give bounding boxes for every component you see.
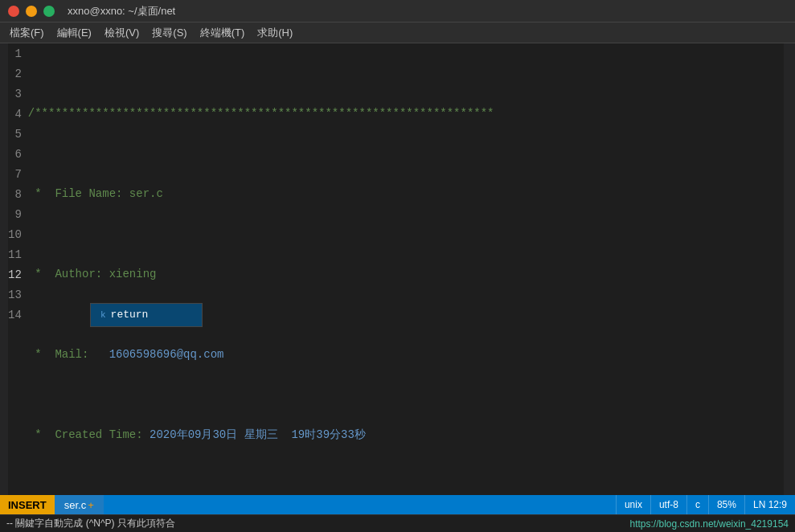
activity-bar — [0, 43, 8, 495]
msgbar: -- 關鍵字自動完成 (^N^P) 只有此項符合 https://blog.cs… — [0, 514, 795, 532]
menu-terminal[interactable]: 終端機(T) — [194, 24, 252, 42]
code-area[interactable]: /***************************************… — [22, 43, 784, 495]
code-line-1: /***************************************… — [28, 104, 784, 124]
status-right: unix utf-8 c 85% LN 12:9 — [616, 495, 795, 514]
code-line-2: * File Name: ser.c — [28, 184, 784, 204]
keyword-icon: k — [100, 306, 106, 324]
status-unix: unix — [616, 495, 650, 514]
editor-container: 1 2 3 4 5 6 7 8 9 10 11 12 13 14 /******… — [0, 43, 795, 495]
autocomplete-popup[interactable]: k return — [90, 303, 203, 327]
line-num-6: 6 — [8, 144, 22, 164]
code-line-5: * Created Time: 2020年09月30日 星期三 19时39分33… — [28, 425, 784, 445]
line-num-10: 10 — [8, 224, 22, 244]
close-button[interactable] — [8, 6, 19, 17]
ln-label: LN — [753, 499, 765, 510]
line-numbers: 1 2 3 4 5 6 7 8 9 10 11 12 13 14 — [8, 43, 22, 495]
editor[interactable]: 1 2 3 4 5 6 7 8 9 10 11 12 13 14 /******… — [8, 43, 795, 495]
cursor-position: 12:9 — [768, 499, 787, 510]
menu-view[interactable]: 檢視(V) — [98, 24, 145, 42]
status-position: LN 12:9 — [744, 495, 795, 514]
autocomplete-label-return: return — [111, 306, 149, 324]
menu-edit[interactable]: 編輯(E) — [51, 24, 98, 42]
line-num-2: 2 — [8, 63, 22, 84]
msgbar-right-link: https://blog.csdn.net/weixin_4219154 — [630, 518, 789, 530]
status-left: INSERT ser.c + — [0, 495, 104, 514]
status-filename: ser.c + — [55, 495, 104, 514]
window-title: xxno@xxno: ~/桌面/net — [68, 4, 175, 18]
menu-search[interactable]: 搜尋(S) — [145, 24, 193, 42]
minimize-button[interactable] — [26, 6, 37, 17]
line-num-12: 12 — [8, 264, 22, 284]
filename-label: ser.c — [64, 499, 86, 511]
line-num-9: 9 — [8, 204, 22, 224]
status-encoding: utf-8 — [650, 495, 686, 514]
line-num-3: 3 — [8, 84, 22, 104]
code-line-4: * Mail: 1606598696@qq.com — [28, 345, 784, 365]
line-num-1: 1 — [8, 43, 22, 63]
titlebar: xxno@xxno: ~/桌面/net — [0, 0, 795, 23]
status-language: c — [686, 495, 708, 514]
line-num-5: 5 — [8, 124, 22, 144]
msgbar-left-text: -- 關鍵字自動完成 (^N^P) 只有此項符合 — [6, 517, 175, 530]
menu-help[interactable]: 求助(H) — [251, 24, 299, 42]
line-num-8: 8 — [8, 184, 22, 204]
menu-file[interactable]: 檔案(F) — [3, 24, 51, 42]
statusbar: INSERT ser.c + unix utf-8 c 85% LN 12:9 — [0, 495, 795, 514]
line-num-4: 4 — [8, 104, 22, 124]
line-num-13: 13 — [8, 284, 22, 305]
scrollbar[interactable] — [784, 43, 795, 495]
menubar: 檔案(F) 編輯(E) 檢視(V) 搜尋(S) 終端機(T) 求助(H) — [0, 23, 795, 43]
status-mode: INSERT — [0, 495, 55, 514]
autocomplete-item-return[interactable]: k return — [91, 304, 202, 326]
code-line-3: * Author: xiening — [28, 264, 784, 284]
modified-indicator: + — [88, 499, 94, 511]
line-num-11: 11 — [8, 244, 22, 264]
line-num-7: 7 — [8, 164, 22, 184]
line-num-14: 14 — [8, 305, 22, 325]
status-percent: 85% — [708, 495, 744, 514]
maximize-button[interactable] — [43, 6, 55, 17]
